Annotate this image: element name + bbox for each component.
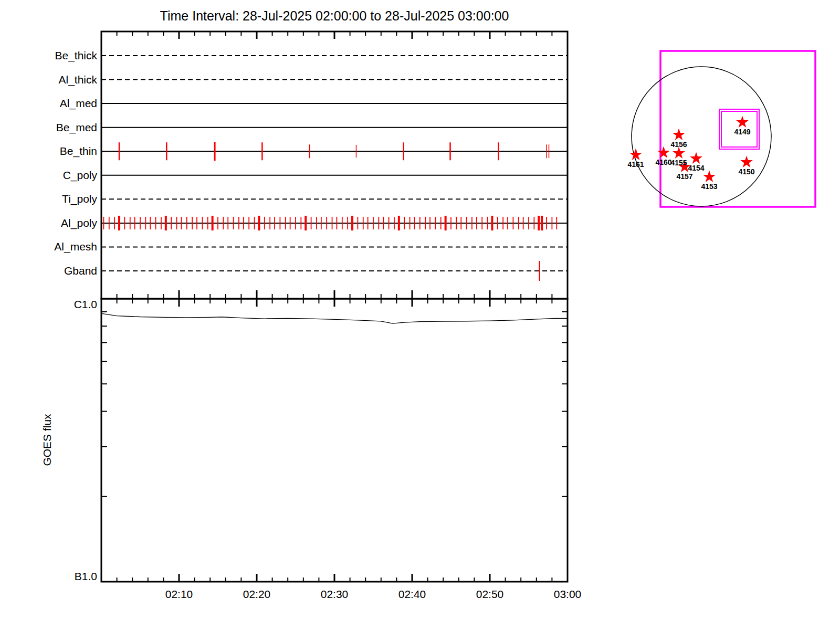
filter-label-Gband: Gband bbox=[64, 265, 97, 277]
filter-label-Al_mesh: Al_mesh bbox=[54, 240, 97, 253]
active-region-star-4160 bbox=[657, 146, 670, 159]
filter-label-Al_poly: Al_poly bbox=[61, 217, 97, 229]
observation-timeline-page: Time Interval: 28-Jul-2025 02:00:00 to 2… bbox=[0, 0, 840, 630]
active-region-star-4156 bbox=[673, 129, 685, 141]
active-region-star-4161 bbox=[629, 149, 642, 161]
filter-label-Be_thick: Be_thick bbox=[55, 49, 97, 62]
active-region-star-4149 bbox=[736, 116, 749, 128]
active-region-label-4157: 4157 bbox=[676, 172, 692, 181]
active-region-label-4155: 4155 bbox=[670, 159, 687, 167]
active-region-label-4156: 4156 bbox=[670, 140, 687, 149]
active-region-label-4153: 4153 bbox=[701, 182, 717, 191]
active-region-star-4150 bbox=[740, 156, 753, 168]
goes-ymax-label: C1.0 bbox=[74, 298, 97, 310]
time-label: 02:10 bbox=[165, 588, 193, 600]
time-label: 02:40 bbox=[398, 588, 426, 600]
goes-panel-frame bbox=[101, 299, 568, 582]
plot-canvas: Be_thickAl_thickAl_medBe_medBe_thinC_pol… bbox=[0, 0, 840, 630]
active-region-star-4153 bbox=[703, 171, 716, 183]
active-region-star-4154 bbox=[690, 152, 702, 164]
filter-label-Be_med: Be_med bbox=[56, 121, 97, 134]
active-region-label-4150: 4150 bbox=[738, 167, 754, 176]
goes-ymin-label: B1.0 bbox=[75, 570, 97, 582]
time-label: 02:20 bbox=[243, 588, 271, 600]
filter-panel-frame bbox=[101, 32, 568, 299]
filter-label-C_poly: C_poly bbox=[63, 169, 98, 182]
active-region-label-4154: 4154 bbox=[688, 164, 704, 172]
active-region-label-4160: 4160 bbox=[655, 158, 671, 166]
filter-label-Be_thin: Be_thin bbox=[60, 145, 97, 158]
active-region-label-4161: 4161 bbox=[627, 160, 644, 169]
time-label: 02:50 bbox=[476, 588, 504, 600]
time-label: 03:00 bbox=[554, 588, 582, 600]
time-label: 02:30 bbox=[321, 588, 349, 600]
active-region-label-4149: 4149 bbox=[734, 128, 750, 136]
goes-axis-title: GOES flux bbox=[41, 414, 53, 466]
filter-label-Al_med: Al_med bbox=[60, 97, 97, 110]
goes-flux-curve bbox=[101, 313, 568, 323]
filter-label-Ti_poly: Ti_poly bbox=[62, 193, 97, 205]
filter-label-Al_thick: Al_thick bbox=[58, 74, 97, 86]
